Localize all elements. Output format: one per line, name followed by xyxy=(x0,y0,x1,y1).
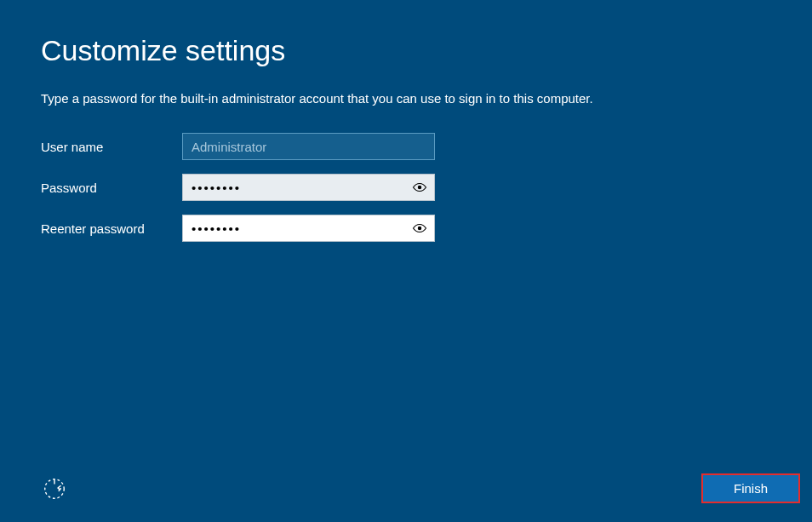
finish-button[interactable]: Finish xyxy=(701,473,800,503)
reveal-reenter-icon[interactable] xyxy=(411,220,428,237)
input-wrap-reenter xyxy=(182,215,435,242)
svg-point-1 xyxy=(418,227,422,231)
label-username: User name xyxy=(41,140,182,154)
label-password: Password xyxy=(41,181,182,195)
svg-point-0 xyxy=(418,186,422,190)
input-wrap-username xyxy=(182,133,435,160)
page-title: Customize settings xyxy=(41,34,771,67)
row-reenter: Reenter password xyxy=(41,215,771,242)
label-reenter: Reenter password xyxy=(41,221,182,236)
input-wrap-password xyxy=(182,174,435,201)
reveal-password-icon[interactable] xyxy=(411,179,428,196)
row-password: Password xyxy=(41,174,771,201)
accessibility-icon[interactable] xyxy=(41,475,68,502)
reenter-password-field[interactable] xyxy=(182,215,435,242)
password-field[interactable] xyxy=(182,174,435,201)
page-subtitle: Type a password for the built-in adminis… xyxy=(41,91,771,106)
username-field[interactable] xyxy=(182,133,435,160)
row-username: User name xyxy=(41,133,771,160)
footer: Finish xyxy=(0,473,812,503)
